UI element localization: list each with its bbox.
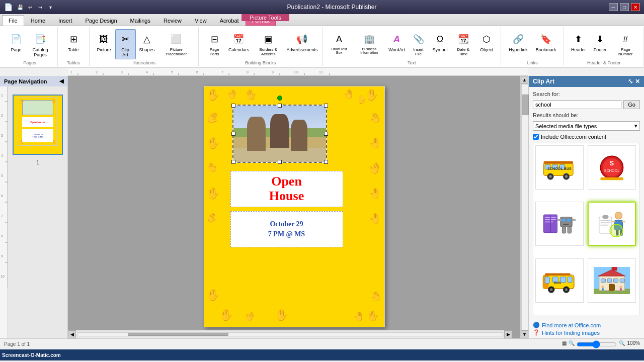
- undo-button[interactable]: ↩: [26, 3, 35, 12]
- symbol-button[interactable]: Ω Symbol: [430, 29, 450, 54]
- shapes-icon: △: [139, 31, 155, 47]
- page-number-button[interactable]: # Page Number: [611, 29, 639, 58]
- panel-resize-icon[interactable]: ⤡: [628, 78, 633, 85]
- handle-bm[interactable]: [278, 160, 282, 164]
- date-textbox[interactable]: October 29 7 PM @ MS: [230, 211, 343, 247]
- handprint-22: ✋: [366, 309, 380, 323]
- tab-mailings[interactable]: Mailings: [124, 15, 157, 26]
- clip-art-panel-links: 🔵 Find more at Office.com ❓ Hints for fi…: [529, 319, 644, 338]
- handle-ml[interactable]: [231, 132, 235, 136]
- clip-art-item-2[interactable]: S SCHOOL: [588, 145, 636, 190]
- catalog-pages-button[interactable]: 📑 Catalog Pages: [27, 29, 53, 59]
- hyperlink-button[interactable]: 🔗 Hyperlink: [505, 29, 531, 54]
- handprint-3: ✋: [243, 87, 258, 102]
- clip-art-item-3[interactable]: [535, 202, 584, 246]
- results-type-dropdown[interactable]: Selected media file types ▾: [533, 121, 640, 131]
- horizontal-scrollbar-track[interactable]: [77, 332, 503, 336]
- clip-art-item-1[interactable]: SCHOOL BUS: [535, 145, 584, 190]
- view-zoom-in-icon[interactable]: 🔍: [619, 340, 625, 348]
- clip-art-go-button[interactable]: Go: [623, 100, 640, 109]
- svg-rect-111: [620, 288, 622, 291]
- clip-art-button[interactable]: ✂ Clip Art: [115, 29, 136, 59]
- tab-page-design[interactable]: Page Design: [79, 15, 124, 26]
- vertical-scrollbar-thumb[interactable]: [522, 95, 529, 115]
- include-office-label: Include Office.com content: [541, 134, 606, 140]
- page-1-thumbnail[interactable]: ✋ ✋ ✋ ✋ Open House October 29 7 PM @ MS: [13, 95, 63, 155]
- tab-view[interactable]: View: [188, 15, 213, 26]
- svg-rect-105: [620, 279, 624, 282]
- clip-art-item-5[interactable]: BUS: [535, 258, 584, 303]
- teacher-icon: [594, 208, 630, 240]
- table-button[interactable]: ⊞ Table: [62, 29, 85, 54]
- page-parts-button[interactable]: ⊟ Page Parts: [203, 29, 226, 58]
- tab-acrobat[interactable]: Acrobat: [213, 15, 246, 26]
- clip-art-item-6[interactable]: [588, 258, 636, 303]
- ribbon-group-links: 🔗 Hyperlink 🔖 Bookmark Links: [501, 27, 564, 66]
- window-controls: ─ □ ✕: [609, 3, 640, 11]
- bookmark-button[interactable]: 🔖 Bookmark: [532, 29, 560, 54]
- view-normal-icon[interactable]: ▦: [562, 340, 567, 348]
- clip-art-item-4[interactable]: [588, 202, 636, 246]
- sidebar-collapse-icon[interactable]: ◀: [59, 78, 63, 84]
- customize-button[interactable]: ▾: [46, 3, 55, 12]
- horizontal-scrollbar-thumb[interactable]: [128, 333, 228, 336]
- header-button[interactable]: ⬆ Header: [568, 29, 589, 54]
- open-house-textbox[interactable]: Open House: [230, 171, 343, 207]
- picture-placeholder-button[interactable]: ⬜ Picture Placeholder: [158, 29, 194, 58]
- insert-file-button[interactable]: 📎 Insert File: [408, 29, 429, 58]
- svg-point-84: [610, 224, 622, 237]
- svg-rect-90: [568, 277, 572, 282]
- find-more-link[interactable]: 🔵 Find more at Office.com: [533, 321, 640, 329]
- include-office-checkbox[interactable]: [533, 134, 539, 140]
- shapes-button[interactable]: △ Shapes: [137, 29, 157, 54]
- wordart-button[interactable]: A WordArt: [387, 29, 407, 54]
- close-button[interactable]: ✕: [631, 3, 640, 11]
- vertical-scrollbar[interactable]: ▲ ▼: [520, 76, 528, 338]
- scroll-down-button[interactable]: ▼: [521, 330, 529, 338]
- minimize-button[interactable]: ─: [609, 3, 618, 11]
- view-zoom-out-icon[interactable]: 🔍: [569, 340, 575, 348]
- photo-placeholder[interactable]: [232, 105, 327, 163]
- handle-br[interactable]: [324, 160, 328, 164]
- svg-point-108: [601, 286, 604, 288]
- picture-button[interactable]: 🖼 Picture: [94, 29, 114, 54]
- scroll-up-button[interactable]: ▲: [521, 76, 529, 84]
- calendars-button[interactable]: 📅 Calendars: [227, 29, 251, 54]
- date-line1: October 29: [270, 220, 303, 228]
- panel-close-icon[interactable]: ✕: [635, 78, 640, 85]
- vertical-scrollbar-track[interactable]: [521, 84, 528, 330]
- hints-link[interactable]: ❓ Hints for finding images: [533, 329, 640, 336]
- page-button[interactable]: 📄 Page: [6, 29, 26, 54]
- advertisements-button[interactable]: 📢 Advertisements: [286, 29, 318, 54]
- rotation-handle[interactable]: [277, 96, 282, 101]
- canvas-area[interactable]: ✋ 🤚 ✋ 🤚 ✋ ✋ 🤚 ✋ 🤚 ✋ 🤚 ✋ 🤚 ✋ 🤚 ✋ 🤚 ✋ 🤚 ✋: [68, 76, 520, 338]
- document-page[interactable]: ✋ 🤚 ✋ 🤚 ✋ ✋ 🤚 ✋ 🤚 ✋ 🤚 ✋ 🤚 ✋ 🤚 ✋ 🤚 ✋ 🤚 ✋: [204, 86, 385, 327]
- handle-tm[interactable]: [278, 104, 282, 108]
- tab-insert[interactable]: Insert: [52, 15, 79, 26]
- date-time-button[interactable]: 📆 Date & Time: [451, 29, 475, 58]
- tab-file[interactable]: File: [2, 15, 24, 26]
- clip-art-search-input[interactable]: [533, 100, 621, 109]
- tab-home[interactable]: Home: [24, 15, 52, 26]
- svg-text:3: 3: [1, 134, 3, 137]
- horizontal-scrollbar[interactable]: ◀ ▶: [68, 330, 512, 338]
- save-button[interactable]: 💾: [16, 3, 25, 12]
- object-button[interactable]: ⬡ Object: [476, 29, 497, 54]
- maximize-button[interactable]: □: [620, 3, 629, 11]
- zoom-slider[interactable]: [577, 340, 617, 348]
- draw-text-box-button[interactable]: A Draw Text Box: [327, 29, 352, 56]
- footer-button[interactable]: ⬇ Footer: [590, 29, 610, 54]
- links-items: 🔗 Hyperlink 🔖 Bookmark: [505, 28, 559, 59]
- handle-bl[interactable]: [231, 160, 235, 164]
- handle-tl[interactable]: [231, 104, 235, 108]
- scroll-left-button[interactable]: ◀: [68, 330, 76, 338]
- svg-rect-53: [544, 161, 574, 163]
- scroll-right-button[interactable]: ▶: [504, 330, 512, 338]
- handle-mr[interactable]: [324, 132, 328, 136]
- redo-button[interactable]: ↪: [36, 3, 45, 12]
- ribbon-group-tables: ⊞ Table Tables: [58, 27, 90, 66]
- handle-tr[interactable]: [324, 104, 328, 108]
- tab-review[interactable]: Review: [157, 15, 188, 26]
- borders-accents-button[interactable]: ▣ Borders & Accents: [252, 29, 285, 58]
- business-info-button[interactable]: 🏢 Business Information: [353, 29, 386, 56]
